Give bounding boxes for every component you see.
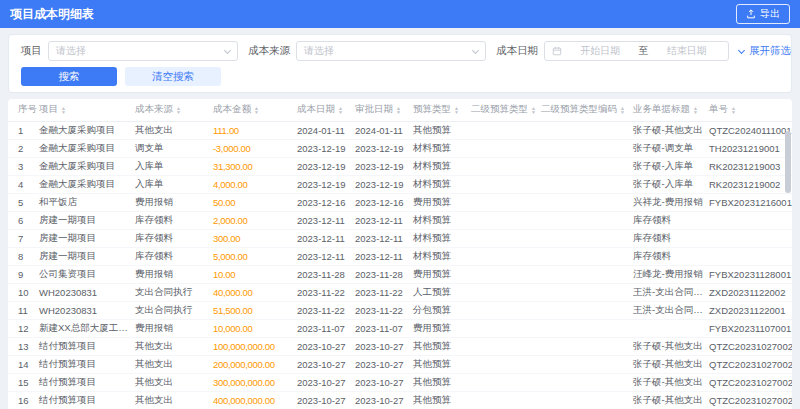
- cell-doc-title: 张子硕-入库单: [630, 157, 706, 175]
- date-range-separator: 至: [639, 44, 649, 58]
- cell-secondary-budget-code: [538, 211, 630, 229]
- cost-date-range-picker[interactable]: 开始日期 至 结束日期: [544, 41, 729, 61]
- cost-source-filter-label: 成本来源: [248, 44, 290, 58]
- scrollbar-thumb[interactable]: [785, 131, 791, 193]
- cell-seq: 8: [8, 247, 36, 265]
- cell-budget-type: 材料预算: [410, 229, 468, 247]
- sort-icon: ▲▼: [620, 106, 625, 114]
- cell-seq: 3: [8, 157, 36, 175]
- export-button[interactable]: 导出: [736, 4, 790, 24]
- cell-cost-source: 其他支出: [132, 391, 210, 409]
- cell-secondary-budget-code: [538, 319, 630, 337]
- cell-approval-date: 2023-11-22: [352, 301, 410, 319]
- cell-project: 房建一期项目: [36, 247, 132, 265]
- cell-doc-title: 张子硕-调支单: [630, 139, 706, 157]
- cost-source-filter: 成本来源 请选择: [248, 41, 486, 61]
- column-header-seq: 序号: [8, 99, 36, 121]
- cell-doc-title: 王洪-支出合同执行: [630, 301, 706, 319]
- cell-seq: 2: [8, 139, 36, 157]
- cell-budget-type: 材料预算: [410, 211, 468, 229]
- clear-search-button[interactable]: 清空搜索: [125, 67, 221, 86]
- cell-project: 公司集资项目: [36, 265, 132, 283]
- sort-icon: ▲▼: [61, 106, 66, 114]
- cell-doc-no: ZXD20231122001: [706, 301, 792, 319]
- cell-doc-no: QTZC20240111001: [706, 121, 792, 139]
- column-header-cost-amount[interactable]: 成本金额▲▼: [210, 99, 294, 121]
- cell-cost-amount: 300,000,000.00: [210, 373, 294, 391]
- cell-cost-date: 2024-01-11: [294, 121, 352, 139]
- cell-approval-date: 2023-12-11: [352, 229, 410, 247]
- cell-cost-source: 库存领料: [132, 247, 210, 265]
- cell-cost-amount: 31,300.00: [210, 157, 294, 175]
- cell-cost-source: 库存领料: [132, 229, 210, 247]
- cell-secondary-budget-code: [538, 283, 630, 301]
- cell-cost-source: 费用报销: [132, 319, 210, 337]
- table-row: 12新建XX总部大厦工程二期费用报销10,000.002023-11-07202…: [8, 319, 792, 337]
- cost-detail-table: 序号项目▲▼成本来源▲▼成本金额▲▼成本日期▲▼审批日期▲▼预算类型▲▼二级预算…: [8, 99, 792, 409]
- cell-secondary-budget-code: [538, 139, 630, 157]
- cell-secondary-budget-type: [468, 247, 538, 265]
- cell-budget-type: 费用预算: [410, 193, 468, 211]
- sort-icon: ▲▼: [693, 106, 698, 114]
- cell-doc-title: 张子硕-入库单: [630, 175, 706, 193]
- cell-doc-no: QTZC20231027002: [706, 337, 792, 355]
- cell-cost-source: 库存领料: [132, 211, 210, 229]
- cell-project: WH20230831: [36, 301, 132, 319]
- cell-cost-amount: 5,000.00: [210, 247, 294, 265]
- cell-cost-amount: 10.00: [210, 265, 294, 283]
- expand-filter-link[interactable]: 展开筛选: [739, 44, 791, 58]
- table-row: 6房建一期项目库存领料2,000.002023-12-112023-12-11材…: [8, 211, 792, 229]
- cell-cost-date: 2023-10-27: [294, 391, 352, 409]
- table-row: 1金融大厦采购项目其他支出111.002024-01-112024-01-11其…: [8, 121, 792, 139]
- cell-project: 房建一期项目: [36, 211, 132, 229]
- cell-doc-title: 汪峰龙-费用报销: [630, 265, 706, 283]
- cell-project: 结付预算项目: [36, 355, 132, 373]
- sort-icon: ▲▼: [396, 106, 401, 114]
- cell-cost-date: 2023-12-19: [294, 175, 352, 193]
- cell-secondary-budget-type: [468, 337, 538, 355]
- cell-cost-source: 入库单: [132, 175, 210, 193]
- table-row: 14结付预算项目其他支出200,000,000.002023-10-272023…: [8, 355, 792, 373]
- cell-cost-date: 2023-11-22: [294, 301, 352, 319]
- column-header-cost-source[interactable]: 成本来源▲▼: [132, 99, 210, 121]
- cell-budget-type: 其他预算: [410, 391, 468, 409]
- cell-seq: 15: [8, 373, 36, 391]
- column-header-secondary-budget-code[interactable]: 二级预算类型编码▲▼: [538, 99, 630, 121]
- cell-cost-source: 其他支出: [132, 373, 210, 391]
- cell-seq: 12: [8, 319, 36, 337]
- column-header-doc-title[interactable]: 业务单据标题▲▼: [630, 99, 706, 121]
- cell-cost-amount: 400,000,000.00: [210, 391, 294, 409]
- cell-secondary-budget-code: [538, 355, 630, 373]
- cost-source-select[interactable]: 请选择: [296, 41, 486, 61]
- search-button[interactable]: 搜索: [21, 67, 117, 86]
- cell-secondary-budget-type: [468, 283, 538, 301]
- project-filter-label: 项目: [21, 44, 42, 58]
- column-header-budget-type[interactable]: 预算类型▲▼: [410, 99, 468, 121]
- column-header-secondary-budget-type[interactable]: 二级预算类型▲▼: [468, 99, 538, 121]
- cell-approval-date: 2023-12-19: [352, 157, 410, 175]
- column-header-project[interactable]: 项目▲▼: [36, 99, 132, 121]
- cell-budget-type: 材料预算: [410, 247, 468, 265]
- cell-cost-date: 2023-12-11: [294, 211, 352, 229]
- cell-cost-amount: 40,000.00: [210, 283, 294, 301]
- cell-cost-source: 调支单: [132, 139, 210, 157]
- column-header-approval-date[interactable]: 审批日期▲▼: [352, 99, 410, 121]
- table-body: 1金融大厦采购项目其他支出111.002024-01-112024-01-11其…: [8, 121, 792, 409]
- column-header-cost-date[interactable]: 成本日期▲▼: [294, 99, 352, 121]
- cell-budget-type: 其他预算: [410, 121, 468, 139]
- sort-icon: ▲▼: [531, 106, 536, 114]
- cell-doc-title: 张子硕-其他支出: [630, 337, 706, 355]
- cell-secondary-budget-type: [468, 391, 538, 409]
- cell-approval-date: 2023-10-27: [352, 373, 410, 391]
- vertical-scrollbar[interactable]: [785, 123, 791, 409]
- cell-doc-no: ZXD20231122002: [706, 283, 792, 301]
- cell-doc-title: 张子硕-其他支出: [630, 391, 706, 409]
- project-select[interactable]: 请选择: [48, 41, 238, 61]
- table-row: 13结付预算项目其他支出100,000,000.002023-10-272023…: [8, 337, 792, 355]
- cell-doc-no: RK20231219002: [706, 175, 792, 193]
- column-header-doc-no[interactable]: 单号▲▼: [706, 99, 792, 121]
- cell-cost-date: 2023-11-07: [294, 319, 352, 337]
- cell-secondary-budget-type: [468, 121, 538, 139]
- cell-cost-source: 入库单: [132, 157, 210, 175]
- cell-project: 结付预算项目: [36, 391, 132, 409]
